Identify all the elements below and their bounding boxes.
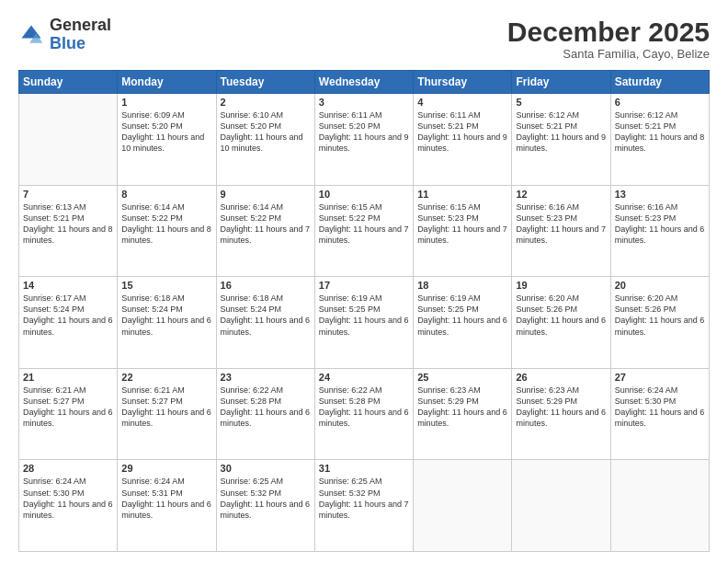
- day-number: 30: [221, 463, 311, 474]
- month-title: December 2025: [507, 17, 710, 47]
- cell-content: Sunrise: 6:19 AM Sunset: 5:25 PM Dayligh…: [417, 293, 507, 338]
- day-number: 13: [615, 189, 705, 200]
- day-number: 21: [23, 372, 113, 383]
- table-row: 4Sunrise: 6:11 AM Sunset: 5:21 PM Daylig…: [414, 94, 512, 186]
- day-number: 10: [319, 189, 409, 200]
- cell-content: Sunrise: 6:16 AM Sunset: 5:23 PM Dayligh…: [516, 201, 606, 247]
- table-row: 18Sunrise: 6:19 AM Sunset: 5:25 PM Dayli…: [414, 277, 512, 369]
- day-number: 16: [221, 280, 311, 291]
- table-row: 29Sunrise: 6:24 AM Sunset: 5:31 PM Dayli…: [118, 460, 216, 552]
- logo-blue: Blue: [50, 34, 85, 52]
- day-number: 1: [121, 97, 211, 108]
- calendar-header-row: Sunday Monday Tuesday Wednesday Thursday…: [19, 71, 710, 94]
- day-number: 5: [516, 97, 606, 108]
- header-tuesday: Tuesday: [216, 71, 314, 94]
- day-number: 2: [221, 97, 311, 108]
- header: General Blue December 2025 Santa Familia…: [18, 17, 710, 61]
- cell-content: Sunrise: 6:12 AM Sunset: 5:21 PM Dayligh…: [615, 109, 705, 155]
- table-row: 5Sunrise: 6:12 AM Sunset: 5:21 PM Daylig…: [512, 94, 610, 186]
- cell-content: Sunrise: 6:22 AM Sunset: 5:28 PM Dayligh…: [319, 385, 409, 430]
- day-number: 23: [221, 372, 311, 383]
- table-row: 30Sunrise: 6:25 AM Sunset: 5:32 PM Dayli…: [216, 460, 314, 552]
- cell-content: Sunrise: 6:24 AM Sunset: 5:31 PM Dayligh…: [121, 476, 211, 521]
- cell-content: Sunrise: 6:20 AM Sunset: 5:26 PM Dayligh…: [615, 293, 705, 338]
- table-row: [512, 460, 610, 552]
- cell-content: Sunrise: 6:16 AM Sunset: 5:23 PM Dayligh…: [615, 201, 705, 247]
- table-row: 20Sunrise: 6:20 AM Sunset: 5:26 PM Dayli…: [610, 277, 709, 369]
- table-row: 11Sunrise: 6:15 AM Sunset: 5:23 PM Dayli…: [414, 185, 512, 277]
- table-row: [19, 94, 118, 186]
- header-monday: Monday: [118, 71, 216, 94]
- header-saturday: Saturday: [610, 71, 709, 94]
- day-number: 22: [121, 372, 211, 383]
- logo-icon: [18, 22, 44, 48]
- cell-content: Sunrise: 6:21 AM Sunset: 5:27 PM Dayligh…: [23, 385, 113, 430]
- day-number: 9: [221, 189, 311, 200]
- day-number: 17: [319, 280, 409, 291]
- table-row: 26Sunrise: 6:23 AM Sunset: 5:29 PM Dayli…: [512, 368, 610, 460]
- cell-content: Sunrise: 6:20 AM Sunset: 5:26 PM Dayligh…: [516, 293, 606, 338]
- table-row: 3Sunrise: 6:11 AM Sunset: 5:20 PM Daylig…: [314, 94, 413, 186]
- logo-text: General Blue: [50, 17, 111, 53]
- table-row: 1Sunrise: 6:09 AM Sunset: 5:20 PM Daylig…: [118, 94, 216, 186]
- table-row: 24Sunrise: 6:22 AM Sunset: 5:28 PM Dayli…: [314, 368, 413, 460]
- cell-content: Sunrise: 6:22 AM Sunset: 5:28 PM Dayligh…: [221, 385, 311, 430]
- table-row: 21Sunrise: 6:21 AM Sunset: 5:27 PM Dayli…: [19, 368, 118, 460]
- day-number: 20: [615, 280, 705, 291]
- header-friday: Friday: [512, 71, 610, 94]
- day-number: 12: [516, 189, 606, 200]
- day-number: 31: [319, 463, 409, 474]
- cell-content: Sunrise: 6:14 AM Sunset: 5:22 PM Dayligh…: [121, 201, 211, 247]
- day-number: 7: [23, 189, 113, 200]
- location-subtitle: Santa Familia, Cayo, Belize: [507, 47, 710, 61]
- table-row: 6Sunrise: 6:12 AM Sunset: 5:21 PM Daylig…: [610, 94, 709, 186]
- cell-content: Sunrise: 6:12 AM Sunset: 5:21 PM Dayligh…: [516, 109, 606, 155]
- title-block: December 2025 Santa Familia, Cayo, Beliz…: [507, 17, 710, 61]
- cell-content: Sunrise: 6:10 AM Sunset: 5:20 PM Dayligh…: [221, 109, 311, 155]
- day-number: 28: [23, 463, 113, 474]
- day-number: 4: [417, 97, 507, 108]
- table-row: 15Sunrise: 6:18 AM Sunset: 5:24 PM Dayli…: [118, 277, 216, 369]
- table-row: 9Sunrise: 6:14 AM Sunset: 5:22 PM Daylig…: [216, 185, 314, 277]
- table-row: 23Sunrise: 6:22 AM Sunset: 5:28 PM Dayli…: [216, 368, 314, 460]
- table-row: 8Sunrise: 6:14 AM Sunset: 5:22 PM Daylig…: [118, 185, 216, 277]
- calendar-week-3: 14Sunrise: 6:17 AM Sunset: 5:24 PM Dayli…: [19, 277, 710, 369]
- calendar-table: Sunday Monday Tuesday Wednesday Thursday…: [18, 70, 710, 552]
- cell-content: Sunrise: 6:11 AM Sunset: 5:20 PM Dayligh…: [319, 109, 409, 155]
- table-row: 13Sunrise: 6:16 AM Sunset: 5:23 PM Dayli…: [610, 185, 709, 277]
- cell-content: Sunrise: 6:24 AM Sunset: 5:30 PM Dayligh…: [23, 476, 113, 521]
- cell-content: Sunrise: 6:25 AM Sunset: 5:32 PM Dayligh…: [319, 476, 409, 521]
- day-number: 26: [516, 372, 606, 383]
- logo-general: General: [50, 16, 111, 34]
- header-thursday: Thursday: [414, 71, 512, 94]
- table-row: 14Sunrise: 6:17 AM Sunset: 5:24 PM Dayli…: [19, 277, 118, 369]
- day-number: 14: [23, 280, 113, 291]
- header-wednesday: Wednesday: [314, 71, 413, 94]
- table-row: 17Sunrise: 6:19 AM Sunset: 5:25 PM Dayli…: [314, 277, 413, 369]
- cell-content: Sunrise: 6:15 AM Sunset: 5:23 PM Dayligh…: [417, 201, 507, 247]
- cell-content: Sunrise: 6:24 AM Sunset: 5:30 PM Dayligh…: [615, 385, 705, 430]
- day-number: 3: [319, 97, 409, 108]
- day-number: 6: [615, 97, 705, 108]
- calendar-week-5: 28Sunrise: 6:24 AM Sunset: 5:30 PM Dayli…: [19, 460, 710, 552]
- cell-content: Sunrise: 6:25 AM Sunset: 5:32 PM Dayligh…: [221, 476, 311, 521]
- table-row: 27Sunrise: 6:24 AM Sunset: 5:30 PM Dayli…: [610, 368, 709, 460]
- cell-content: Sunrise: 6:14 AM Sunset: 5:22 PM Dayligh…: [221, 201, 311, 247]
- table-row: 28Sunrise: 6:24 AM Sunset: 5:30 PM Dayli…: [19, 460, 118, 552]
- cell-content: Sunrise: 6:19 AM Sunset: 5:25 PM Dayligh…: [319, 293, 409, 338]
- day-number: 11: [417, 189, 507, 200]
- day-number: 8: [121, 189, 211, 200]
- day-number: 24: [319, 372, 409, 383]
- table-row: 12Sunrise: 6:16 AM Sunset: 5:23 PM Dayli…: [512, 185, 610, 277]
- day-number: 25: [417, 372, 507, 383]
- table-row: [610, 460, 709, 552]
- cell-content: Sunrise: 6:09 AM Sunset: 5:20 PM Dayligh…: [121, 109, 211, 155]
- day-number: 19: [516, 280, 606, 291]
- page: General Blue December 2025 Santa Familia…: [0, 0, 728, 563]
- cell-content: Sunrise: 6:18 AM Sunset: 5:24 PM Dayligh…: [221, 293, 311, 338]
- table-row: [414, 460, 512, 552]
- cell-content: Sunrise: 6:23 AM Sunset: 5:29 PM Dayligh…: [417, 385, 507, 430]
- table-row: 10Sunrise: 6:15 AM Sunset: 5:22 PM Dayli…: [314, 185, 413, 277]
- table-row: 19Sunrise: 6:20 AM Sunset: 5:26 PM Dayli…: [512, 277, 610, 369]
- cell-content: Sunrise: 6:21 AM Sunset: 5:27 PM Dayligh…: [121, 385, 211, 430]
